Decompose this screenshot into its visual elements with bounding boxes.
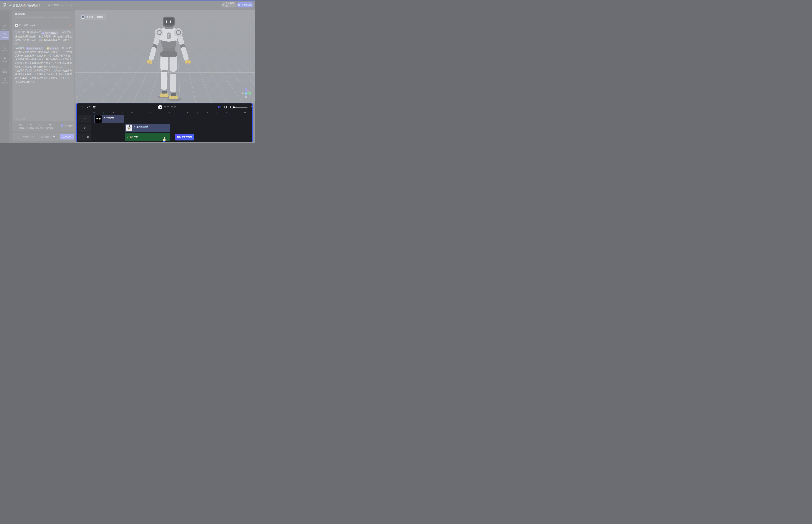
remove-tag-button[interactable]: × bbox=[57, 47, 58, 50]
remove-tag-button[interactable]: × bbox=[41, 47, 42, 50]
ruler-minor-tick: | bbox=[254, 112, 254, 114]
delete-audio-button[interactable] bbox=[69, 24, 71, 27]
remove-tag-button[interactable]: × bbox=[57, 31, 58, 35]
sidebar-item-label: 我的任务 bbox=[1, 82, 8, 84]
sidebar-item-4[interactable]: 动作库 bbox=[0, 55, 10, 64]
character-edition: 青春版 bbox=[97, 16, 103, 18]
clip-label-row: 官方声音 bbox=[127, 135, 138, 138]
sidebar-item-6[interactable]: 我的任务 bbox=[0, 77, 10, 85]
sidebar-item-label: 动作库 bbox=[2, 61, 7, 63]
audio-file-item[interactable]: 默认名称1.mp3 bbox=[15, 23, 73, 27]
clip-label: 害羞微笑 bbox=[106, 116, 114, 119]
expression-bracket: 」 bbox=[62, 50, 65, 53]
axis-gizmo[interactable]: Z Y X bbox=[240, 88, 252, 99]
remaining-gems-value: 300 bbox=[32, 135, 35, 138]
action-clip[interactable]: 超帅走路姿势 bbox=[125, 124, 170, 132]
panel-subtitle: 通过音频处理，生成音频素材以及融合动作和表情的音频编排素材 bbox=[15, 16, 74, 19]
script-text: 用于物流和仓储的自主移动机器人 (AMR)，以及为医疗和酒店业量身定制的服务机器… bbox=[15, 50, 72, 68]
action-label: 插入表情 bbox=[36, 127, 44, 129]
hand-cursor-icon bbox=[162, 137, 167, 143]
rename-project-button[interactable] bbox=[39, 2, 44, 8]
sidebar-item-label: 音频库 bbox=[2, 71, 7, 73]
expression-thumbnail bbox=[95, 115, 102, 122]
sidebar-item-label: 动作模仿 bbox=[1, 28, 8, 31]
synthesize-save-label: 合成并保存 bbox=[226, 2, 236, 8]
music-box-icon bbox=[29, 123, 32, 126]
play-icon bbox=[16, 25, 17, 26]
expression-clip[interactable]: 害羞微笑 bbox=[94, 115, 124, 123]
timeline-panel: 00:00 / 00:30 0f|2f|4f|6f|8f|10f|12f|14f… bbox=[76, 103, 253, 143]
robot-face-icon bbox=[38, 123, 42, 126]
tutorial-outline-top bbox=[0, 0, 255, 0]
panel-title: 音频编排 bbox=[15, 13, 25, 16]
footer-divider: | bbox=[37, 135, 37, 138]
sparkles-icon bbox=[3, 33, 6, 36]
script-editor[interactable]: 这是一家全球领先的公司哈哈大笑(10s)×「专注于先进机器人系统的设计、制造和部… bbox=[13, 29, 74, 121]
sidebar-item-5[interactable]: 音频库 bbox=[0, 66, 10, 75]
save-status: 保存时间 26/01/03 12:01 bbox=[46, 2, 77, 8]
sidebar-nav: 动作模仿音频编排表情库动作库音频库我的任务 bbox=[0, 10, 10, 143]
task-clock-icon bbox=[3, 78, 6, 81]
expression-tag[interactable]: 哈哈大笑(10s)× bbox=[26, 47, 43, 50]
action-label: 清空编排 bbox=[46, 127, 53, 129]
sidebar-item-2[interactable]: 音频编排 bbox=[0, 31, 10, 40]
top-bar: A1机器人动作-我的项目1 保存时间 26/01/03 12:01 合成并保存 … bbox=[0, 0, 255, 10]
drag-tooltip-text: 鼠标长按并拖拽 bbox=[177, 135, 192, 138]
clip-label: 超帅走路姿势 bbox=[136, 125, 148, 128]
checkbox-checked-icon[interactable]: ✓ bbox=[61, 125, 63, 127]
sidebar-item-1[interactable]: 动作模仿 bbox=[0, 23, 10, 32]
character-chip[interactable]: 灵犀X2｜青春版 bbox=[80, 14, 105, 20]
sidebar-item-label: 音频编排 bbox=[1, 36, 8, 39]
editor-action-3[interactable]: 插入表情 bbox=[35, 123, 44, 129]
action-label: 一键编排 bbox=[17, 127, 25, 129]
editor-action-1[interactable]: AI一键编排 bbox=[16, 123, 25, 129]
action-bracket: 「 bbox=[60, 46, 62, 49]
character-avatar bbox=[81, 15, 85, 19]
save-time-label: 保存时间 bbox=[52, 4, 60, 7]
save-icon bbox=[222, 4, 224, 6]
clapperboard-icon bbox=[3, 25, 6, 28]
viewport-3d[interactable]: 灵犀X2｜青春版 Z Y X bbox=[75, 10, 255, 103]
character-name: 灵犀X2 bbox=[86, 16, 93, 18]
character-divider: ｜ bbox=[94, 16, 96, 18]
synthesize-save-button[interactable]: 合成并保存 bbox=[222, 2, 236, 7]
cloud-check-icon bbox=[48, 4, 51, 6]
script-text: 我们致力于创新，大力投资于研发，以突破人机协作和机器学习的界限。创新机器人公司助… bbox=[15, 69, 72, 83]
trash-icon bbox=[69, 24, 71, 27]
generate-footer: 剩余灵石 300 | 本次消耗灵石 0 立即生成 bbox=[12, 132, 75, 141]
robot-3d-model[interactable] bbox=[144, 14, 194, 102]
music-box-icon bbox=[3, 68, 6, 71]
sidebar-item-3[interactable]: 表情库 bbox=[0, 45, 10, 53]
running-person-icon bbox=[134, 126, 136, 128]
rhythm-label: 韵律动作 bbox=[64, 124, 73, 127]
robot-face-icon bbox=[3, 46, 6, 49]
script-text: 我们提供 bbox=[15, 46, 25, 49]
clips-layer: 害羞微笑超帅走路姿势官方声音 bbox=[77, 103, 252, 142]
expression-tag[interactable]: 哈哈大笑(10s)× bbox=[42, 32, 59, 35]
expression-bracket: 」 bbox=[51, 35, 53, 38]
tutorial-outline-bottom bbox=[0, 143, 255, 143]
clip-label-row: 超帅走路姿势 bbox=[134, 125, 148, 128]
tag-label: 哈哈大笑(10s) bbox=[29, 47, 40, 50]
action-bracket: 」 bbox=[60, 50, 63, 53]
axis-y-label: Y bbox=[246, 93, 247, 94]
generate-now-button[interactable]: 立即生成 bbox=[60, 134, 74, 140]
editor-action-2[interactable]: 插入动作 bbox=[26, 123, 35, 129]
char-counter: 52 / 1,000 bbox=[15, 118, 25, 120]
gem-icon bbox=[53, 135, 55, 138]
action-tag[interactable]: 弯腰(5s)× bbox=[46, 47, 59, 50]
script-text: 这是一家全球领先的公司 bbox=[15, 31, 41, 34]
deploy-to-device-button[interactable]: 下发到设备 bbox=[237, 2, 253, 7]
robot-download-icon bbox=[238, 3, 241, 6]
editor-action-4[interactable]: 清空编排 bbox=[45, 123, 54, 129]
clear-icon bbox=[48, 123, 51, 126]
smile-face-icon bbox=[103, 117, 105, 119]
cost-gems-value: 0 bbox=[57, 135, 58, 138]
expression-tag-icon bbox=[42, 32, 45, 34]
rhythm-motion-toggle[interactable]: ✓ 韵律动作 bbox=[61, 124, 73, 127]
play-audio-button[interactable] bbox=[15, 24, 18, 27]
app-window: A1机器人动作-我的项目1 保存时间 26/01/03 12:01 合成并保存 … bbox=[0, 0, 255, 143]
save-time-value: 26/01/03 12:01 bbox=[61, 4, 75, 6]
action-tag-icon bbox=[47, 47, 49, 50]
axis-x-label: X bbox=[249, 93, 250, 94]
